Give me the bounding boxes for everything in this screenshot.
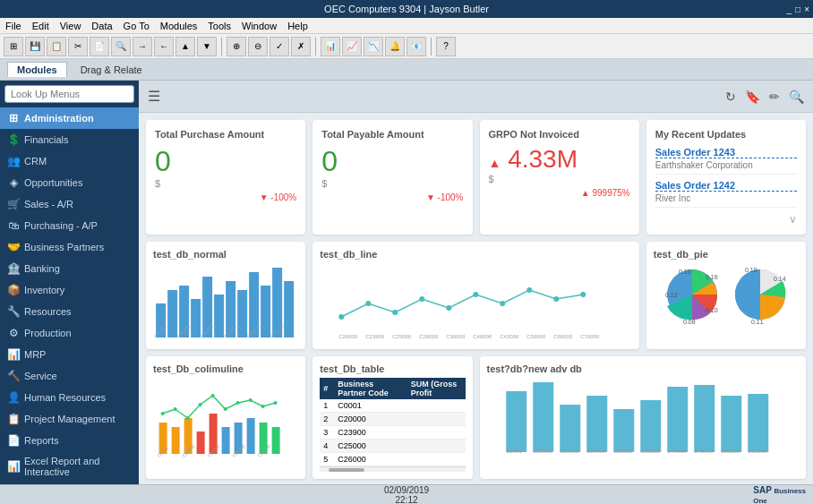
down-arrow-icon-2: ▼: [426, 192, 435, 202]
table-chart-area: # Business Partner Code SUM (Gross Profi…: [320, 378, 465, 472]
sidebar-item-human-resources[interactable]: 👤 Human Resources: [0, 387, 139, 408]
menu-data[interactable]: Data: [91, 21, 112, 31]
menu-goto[interactable]: Go To: [124, 21, 150, 31]
tab-modules[interactable]: Modules: [7, 62, 67, 77]
sidebar-label-banking: Banking: [24, 263, 60, 274]
kpi-total-payable: Total Payable Amount 0 $ ▼ -100%: [312, 120, 472, 235]
toolbar-btn-11[interactable]: ⊕: [227, 37, 246, 56]
svg-rect-55: [247, 418, 255, 454]
content-header: ☰ ↻ 🔖 ✏ 🔍: [139, 81, 813, 113]
svg-point-63: [224, 407, 227, 411]
menu-edit[interactable]: Edit: [32, 21, 49, 31]
sidebar-label-project-management: Project Management: [24, 414, 116, 424]
col-gp: SUM (Gross Profit: [407, 378, 466, 399]
sidebar-item-crm[interactable]: 👥 CRM: [0, 150, 139, 172]
toolbar-btn-7[interactable]: →: [133, 37, 152, 56]
toolbar-btn-20[interactable]: ?: [436, 37, 456, 56]
sidebar-item-opportunities[interactable]: ◈ Opportunities: [0, 172, 139, 193]
toolbar-btn-15[interactable]: 📊: [321, 37, 340, 56]
svg-text:0.08: 0.08: [683, 319, 696, 325]
resources-icon: 🔧: [7, 305, 20, 318]
toolbar-btn-4[interactable]: ✂: [68, 37, 88, 56]
financials-icon: 💲: [7, 133, 20, 146]
toolbar-btn-17[interactable]: 📉: [364, 37, 383, 56]
menu-view[interactable]: View: [60, 21, 81, 31]
line-chart-svg: C20000 C23900 C25000 C26000 C30000 C4000…: [320, 263, 632, 339]
sidebar-item-service[interactable]: 🔨 Service: [0, 365, 139, 387]
toolbar-btn-2[interactable]: 💾: [25, 37, 45, 56]
sidebar-item-business-partners[interactable]: 🤝 Business Partners: [0, 236, 139, 258]
status-bar: 02/09/2019 22:12 SAP BusinessOne: [0, 484, 813, 504]
svg-rect-53: [222, 427, 230, 454]
recent-link-2[interactable]: Sales Order 1242: [655, 180, 797, 192]
maximize-btn[interactable]: □: [795, 4, 800, 14]
menu-window[interactable]: Window: [242, 21, 277, 31]
toolbar-btn-1[interactable]: ⊞: [4, 37, 23, 56]
sidebar-item-excel-report[interactable]: 📊 Excel Report and Interactive: [0, 451, 139, 482]
refresh-icon[interactable]: ↻: [725, 90, 736, 104]
svg-text:C70000: C70000: [581, 334, 601, 339]
menu-tools[interactable]: Tools: [208, 21, 231, 31]
svg-text:C50000: C50000: [721, 448, 740, 454]
sidebar-item-sales-ar[interactable]: 🛒 Sales - A/R: [0, 193, 139, 215]
kpi-grpo-value: ▲ 4.33M: [489, 145, 630, 174]
search-input[interactable]: [4, 85, 134, 103]
minimize-btn[interactable]: _: [787, 4, 792, 14]
toolbar-btn-12[interactable]: ⊖: [248, 37, 268, 56]
toolbar-btn-5[interactable]: 📄: [90, 37, 109, 56]
sidebar-item-purchasing-ap[interactable]: 🛍 Purchasing - A/P: [0, 215, 139, 236]
toolbar-btn-3[interactable]: 📋: [47, 37, 66, 56]
toolbar-btn-10[interactable]: ▼: [197, 37, 217, 56]
bar-chart-card: test_db_normal: [146, 242, 305, 349]
svg-text:C26000: C26000: [613, 448, 633, 454]
edit-icon[interactable]: ✏: [769, 90, 780, 104]
close-btn[interactable]: ×: [804, 4, 809, 14]
toolbar-btn-13[interactable]: ✓: [270, 37, 289, 56]
sidebar-item-administration[interactable]: ⊞ Administration: [0, 107, 139, 129]
sidebar-item-banking[interactable]: 🏦 Banking: [0, 258, 139, 279]
app-title: OEC Computers 9304 | Jayson Butler: [324, 4, 489, 14]
recent-link-1[interactable]: Sales Order 1243: [655, 147, 797, 158]
menu-file[interactable]: File: [5, 21, 21, 31]
svg-text:C0001: C0001: [506, 448, 522, 454]
svg-text:0.11: 0.11: [751, 319, 764, 325]
menu-help[interactable]: Help: [287, 21, 308, 31]
svg-point-21: [420, 296, 425, 302]
toolbar-btn-19[interactable]: 📧: [406, 37, 426, 56]
bookmark-icon[interactable]: 🔖: [745, 90, 760, 104]
tab-drag-relate[interactable]: Drag & Relate: [71, 62, 152, 78]
toolbar-btn-6[interactable]: 🔍: [111, 37, 131, 56]
toolbar-btn-16[interactable]: 📈: [342, 37, 362, 56]
service-icon: 🔨: [7, 370, 20, 382]
sidebar-item-production[interactable]: ⚙ Production: [0, 322, 139, 344]
bar-chart-title: test_db_normal: [153, 249, 298, 260]
sidebar-item-reports[interactable]: 📄 Reports: [0, 430, 139, 451]
sidebar-item-mrp[interactable]: 📊 MRP: [0, 344, 139, 365]
toolbar-btn-18[interactable]: 🔔: [385, 37, 405, 56]
kpi-grpo-currency: $: [489, 174, 630, 184]
hamburger-icon[interactable]: ☰: [148, 88, 160, 105]
up-arrow-icon: ▲: [581, 188, 590, 198]
table-scrollbar[interactable]: [320, 466, 465, 472]
svg-text:C23900: C23900: [560, 448, 579, 454]
search-icon[interactable]: 🔍: [789, 90, 804, 104]
toolbar-btn-8[interactable]: ←: [154, 37, 174, 56]
svg-text:C30000: C30000: [447, 334, 466, 339]
window-controls[interactable]: _ □ ×: [787, 4, 809, 14]
svg-text:C25000: C25000: [586, 448, 606, 454]
project-management-icon: 📋: [7, 413, 20, 425]
svg-point-18: [339, 314, 345, 320]
title-bar: OEC Computers 9304 | Jayson Butler _ □ ×: [0, 0, 813, 18]
kpi-total-payable-title: Total Payable Amount: [321, 129, 463, 140]
sidebar-item-resources[interactable]: 🔧 Resources: [0, 301, 139, 322]
toolbar-btn-9[interactable]: ▲: [175, 37, 195, 56]
menu-modules[interactable]: Modules: [160, 21, 198, 31]
sidebar-item-financials[interactable]: 💲 Financials: [0, 129, 139, 150]
toolbar-btn-14[interactable]: ✗: [291, 37, 311, 56]
sidebar-item-inventory[interactable]: 📦 Inventory: [0, 279, 139, 301]
svg-text:C40000: C40000: [474, 334, 493, 339]
svg-rect-80: [694, 385, 715, 452]
col-num: #: [320, 378, 334, 399]
line-chart-title: test_db_line: [320, 249, 632, 260]
sidebar-item-project-management[interactable]: 📋 Project Management: [0, 408, 139, 430]
